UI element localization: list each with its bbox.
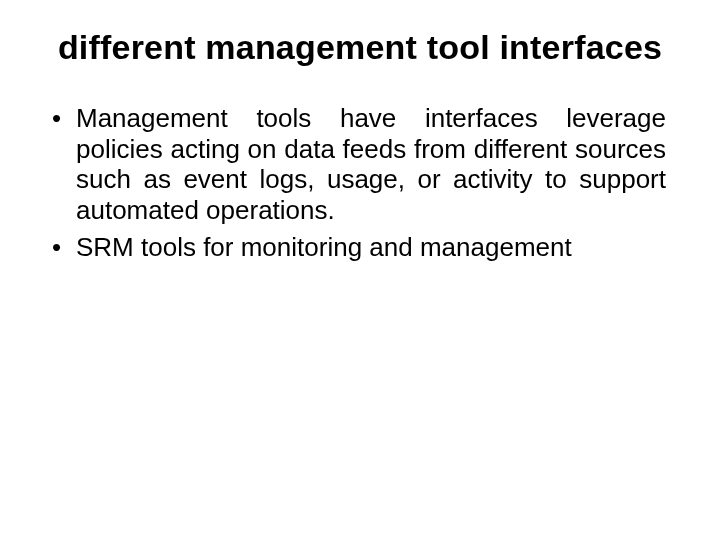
list-item: SRM tools for monitoring and management [76,232,666,263]
bullet-list: Management tools have interfaces leverag… [48,103,672,262]
list-item: Management tools have interfaces leverag… [76,103,666,226]
slide-title: different management tool interfaces [48,28,672,67]
slide: different management tool interfaces Man… [0,0,720,540]
